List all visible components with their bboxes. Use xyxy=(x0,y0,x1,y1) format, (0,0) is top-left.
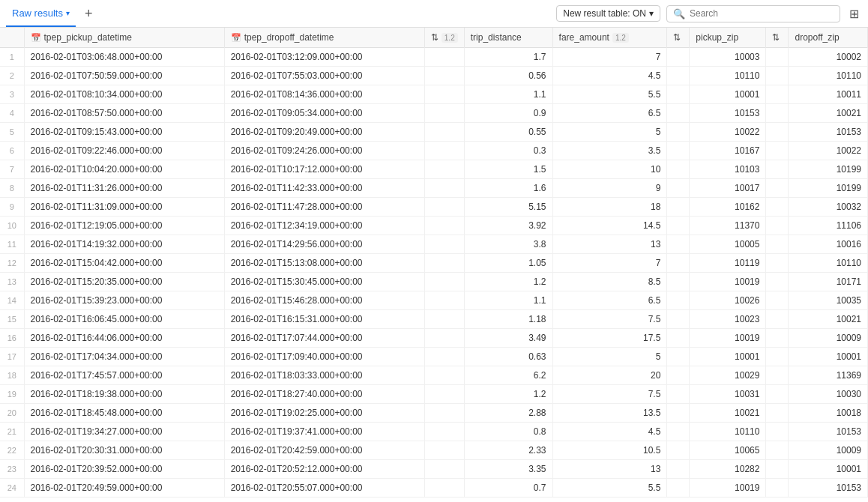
cell-dropoff-datetime: 2016-02-01T08:14:36.000+00:00 xyxy=(224,85,424,104)
cell-trip-distance: 3.49 xyxy=(464,329,552,348)
cell-fare-amount: 18 xyxy=(552,198,667,217)
cell-empty2 xyxy=(667,348,690,366)
cell-empty3 xyxy=(766,479,789,498)
cell-pickup-zip: 10110 xyxy=(690,423,766,441)
col-header-sort2[interactable]: ⇅ xyxy=(667,28,690,48)
cell-empty2 xyxy=(667,104,690,123)
tab-chevron-icon: ▾ xyxy=(66,9,70,17)
cell-dropoff-datetime: 2016-02-01T18:27:40.000+00:00 xyxy=(224,385,424,404)
col-header-pickup-datetime[interactable]: 📅 tpep_pickup_datetime xyxy=(24,28,224,48)
cell-dropoff-datetime: 2016-02-01T11:42:33.000+00:00 xyxy=(224,179,424,198)
cell-empty2 xyxy=(667,142,690,160)
cell-pickup-zip: 10153 xyxy=(690,104,766,123)
layout-icon[interactable]: ⊞ xyxy=(846,7,862,21)
col-label-fare-amount: fare_amount xyxy=(559,32,609,43)
cell-empty3 xyxy=(766,329,789,348)
cell-rownum: 10 xyxy=(0,217,24,235)
cell-empty2 xyxy=(667,310,690,329)
cell-trip-distance: 1.2 xyxy=(464,385,552,404)
cell-dropoff-zip: 10110 xyxy=(789,67,868,85)
cell-empty2 xyxy=(667,235,690,254)
cell-dropoff-datetime: 2016-02-01T20:52:12.000+00:00 xyxy=(224,460,424,479)
cell-pickup-datetime: 2016-02-01T12:19:05.000+00:00 xyxy=(24,217,224,235)
col-header-dropoff-datetime[interactable]: 📅 tpep_dropoff_datetime xyxy=(224,28,424,48)
cell-rownum: 16 xyxy=(0,329,24,348)
cell-dropoff-datetime: 2016-02-01T10:17:12.000+00:00 xyxy=(224,160,424,179)
cell-fare-amount: 14.5 xyxy=(552,217,667,235)
raw-results-tab[interactable]: Raw results ▾ xyxy=(6,0,76,27)
cell-empty2 xyxy=(667,460,690,479)
cell-empty2 xyxy=(667,329,690,348)
cell-empty xyxy=(424,385,464,404)
new-result-table-toggle[interactable]: New result table: ON ▾ xyxy=(556,5,660,22)
top-bar: Raw results ▾ + New result table: ON ▾ 🔍… xyxy=(0,0,868,28)
cell-dropoff-zip: 10016 xyxy=(789,235,868,254)
col-header-sort3[interactable]: ⇅ xyxy=(766,28,789,48)
cell-pickup-zip: 10029 xyxy=(690,366,766,385)
cell-pickup-zip: 10110 xyxy=(690,67,766,85)
add-tab-button[interactable]: + xyxy=(82,6,96,22)
table-row: 16 2016-02-01T16:44:06.000+00:00 2016-02… xyxy=(0,329,868,348)
cell-fare-amount: 13.5 xyxy=(552,404,667,423)
cell-dropoff-datetime: 2016-02-01T20:42:59.000+00:00 xyxy=(224,441,424,460)
cell-pickup-zip: 10019 xyxy=(690,479,766,498)
cell-trip-distance: 1.5 xyxy=(464,160,552,179)
cell-empty3 xyxy=(766,48,789,67)
search-input[interactable] xyxy=(690,8,834,19)
cell-trip-distance: 1.05 xyxy=(464,254,552,273)
cell-empty3 xyxy=(766,160,789,179)
cell-pickup-datetime: 2016-02-01T15:39:23.000+00:00 xyxy=(24,291,224,310)
cell-pickup-datetime: 2016-02-01T11:31:26.000+00:00 xyxy=(24,179,224,198)
cell-dropoff-zip: 10018 xyxy=(789,404,868,423)
cell-empty xyxy=(424,217,464,235)
col-header-pickup-zip[interactable]: pickup_zip xyxy=(690,28,766,48)
sort-icon-2: ⇅ xyxy=(673,32,681,43)
table-header-row: 📅 tpep_pickup_datetime 📅 tpep_dropoff_da… xyxy=(0,28,868,48)
cell-dropoff-datetime: 2016-02-01T14:29:56.000+00:00 xyxy=(224,235,424,254)
cell-dropoff-zip: 10035 xyxy=(789,291,868,310)
cell-fare-amount: 5.5 xyxy=(552,479,667,498)
table-row: 15 2016-02-01T16:06:45.000+00:00 2016-02… xyxy=(0,310,868,329)
cell-trip-distance: 1.1 xyxy=(464,291,552,310)
cell-dropoff-datetime: 2016-02-01T03:12:09.000+00:00 xyxy=(224,48,424,67)
col-header-trip-distance[interactable]: trip_distance xyxy=(464,28,552,48)
cell-empty xyxy=(424,329,464,348)
cell-dropoff-datetime: 2016-02-01T19:37:41.000+00:00 xyxy=(224,423,424,441)
cell-pickup-datetime: 2016-02-01T09:22:46.000+00:00 xyxy=(24,142,224,160)
cell-empty2 xyxy=(667,291,690,310)
cell-empty2 xyxy=(667,254,690,273)
new-result-table-chevron: ▾ xyxy=(649,8,654,19)
table-row: 23 2016-02-01T20:39:52.000+00:00 2016-02… xyxy=(0,460,868,479)
cell-empty xyxy=(424,310,464,329)
cell-dropoff-datetime: 2016-02-01T11:47:28.000+00:00 xyxy=(224,198,424,217)
col-header-dropoff-zip[interactable]: dropoff_zip xyxy=(789,28,868,48)
cell-fare-amount: 7.5 xyxy=(552,385,667,404)
table-row: 11 2016-02-01T14:19:32.000+00:00 2016-02… xyxy=(0,235,868,254)
cell-empty3 xyxy=(766,460,789,479)
cell-dropoff-datetime: 2016-02-01T07:55:03.000+00:00 xyxy=(224,67,424,85)
cell-rownum: 1 xyxy=(0,48,24,67)
cell-fare-amount: 8.5 xyxy=(552,273,667,291)
results-table: 📅 tpep_pickup_datetime 📅 tpep_dropoff_da… xyxy=(0,28,868,498)
cell-empty3 xyxy=(766,310,789,329)
cell-trip-distance: 2.88 xyxy=(464,404,552,423)
col-header-sort1[interactable]: ⇅ 1.2 xyxy=(424,28,464,48)
cell-fare-amount: 4.5 xyxy=(552,423,667,441)
cell-empty2 xyxy=(667,366,690,385)
cell-fare-amount: 7 xyxy=(552,254,667,273)
col-header-fare-amount[interactable]: fare_amount 1.2 xyxy=(552,28,667,48)
cell-pickup-zip: 10282 xyxy=(690,460,766,479)
cell-empty3 xyxy=(766,123,789,142)
cell-empty3 xyxy=(766,179,789,198)
cell-dropoff-datetime: 2016-02-01T19:02:25.000+00:00 xyxy=(224,404,424,423)
cell-pickup-zip: 10017 xyxy=(690,179,766,198)
cell-empty2 xyxy=(667,404,690,423)
cell-dropoff-zip: 10022 xyxy=(789,142,868,160)
cell-rownum: 5 xyxy=(0,123,24,142)
cell-empty3 xyxy=(766,423,789,441)
cell-pickup-zip: 10023 xyxy=(690,310,766,329)
cell-pickup-datetime: 2016-02-01T03:06:48.000+00:00 xyxy=(24,48,224,67)
cell-empty2 xyxy=(667,423,690,441)
cell-dropoff-datetime: 2016-02-01T20:55:07.000+00:00 xyxy=(224,479,424,498)
cell-rownum: 18 xyxy=(0,366,24,385)
